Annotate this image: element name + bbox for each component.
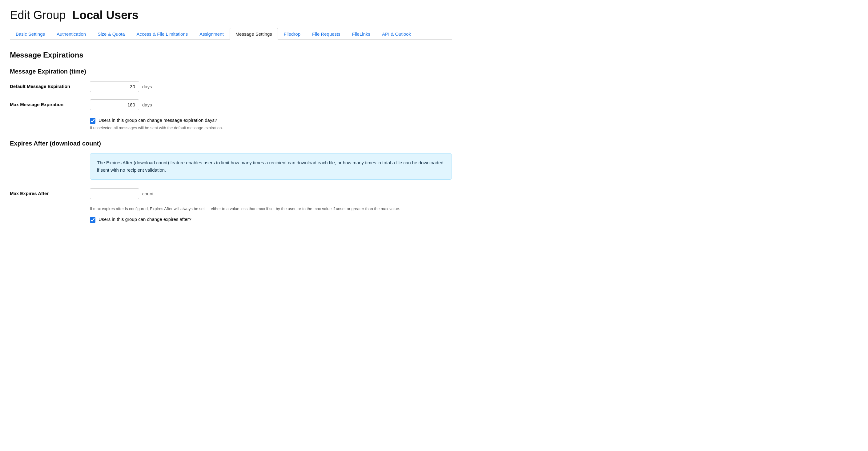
max-expiration-control: days xyxy=(90,99,152,110)
max-expires-after-label: Max Expires After xyxy=(10,188,90,197)
tab-filedrop[interactable]: Filedrop xyxy=(278,28,306,40)
page-title-suffix: Local Users xyxy=(72,9,138,22)
can-change-expiration-label[interactable]: Users in this group can change message e… xyxy=(98,118,217,123)
tab-filelinks[interactable]: FileLinks xyxy=(346,28,376,40)
can-change-expiration-checkbox[interactable] xyxy=(90,118,95,124)
expires-after-subsection: Expires After (download count) xyxy=(10,140,452,147)
tabs-navigation: Basic SettingsAuthenticationSize & Quota… xyxy=(10,28,452,40)
expires-after-info-box: The Expires After (download count) featu… xyxy=(90,153,452,180)
content-area: Message Expirations Message Expiration (… xyxy=(10,51,452,223)
can-change-expiration-row: Users in this group can change message e… xyxy=(90,118,452,124)
max-expires-after-input[interactable] xyxy=(90,188,139,199)
tab-authentication[interactable]: Authentication xyxy=(51,28,92,40)
can-change-expires-after-label[interactable]: Users in this group can change expires a… xyxy=(98,217,191,222)
can-change-expires-after-row: Users in this group can change expires a… xyxy=(90,217,452,223)
page-title: Edit Group Local Users xyxy=(10,9,452,22)
message-expiration-subsection: Message Expiration (time) xyxy=(10,68,452,75)
default-expiration-label: Default Message Expiration xyxy=(10,81,90,90)
section-title: Message Expirations xyxy=(10,51,452,59)
max-expires-after-control: count xyxy=(90,188,154,199)
tab-size-quota[interactable]: Size & Quota xyxy=(92,28,130,40)
max-expiration-suffix: days xyxy=(142,102,152,107)
tab-api-outlook[interactable]: API & Outlook xyxy=(376,28,417,40)
max-expiration-row: Max Message Expiration days xyxy=(10,99,452,110)
page-title-prefix: Edit Group xyxy=(10,9,66,22)
default-expiration-row: Default Message Expiration days xyxy=(10,81,452,92)
max-expires-after-suffix: count xyxy=(142,191,154,196)
can-change-expires-after-checkbox[interactable] xyxy=(90,217,95,223)
tab-file-requests[interactable]: File Requests xyxy=(306,28,346,40)
max-expires-after-row: Max Expires After count xyxy=(10,188,452,199)
max-expires-after-hint: If max expires after is configured, Expi… xyxy=(90,206,429,211)
tab-access-file-limitations[interactable]: Access & File Limitations xyxy=(131,28,194,40)
tab-assignment[interactable]: Assignment xyxy=(194,28,229,40)
tab-message-settings[interactable]: Message Settings xyxy=(229,28,278,40)
default-expiration-input[interactable] xyxy=(90,81,139,92)
default-expiration-suffix: days xyxy=(142,84,152,89)
can-change-expiration-hint: If unselected all messages will be sent … xyxy=(90,126,452,130)
tab-basic-settings[interactable]: Basic Settings xyxy=(10,28,51,40)
default-expiration-control: days xyxy=(90,81,152,92)
max-expiration-label: Max Message Expiration xyxy=(10,99,90,108)
max-expiration-input[interactable] xyxy=(90,99,139,110)
